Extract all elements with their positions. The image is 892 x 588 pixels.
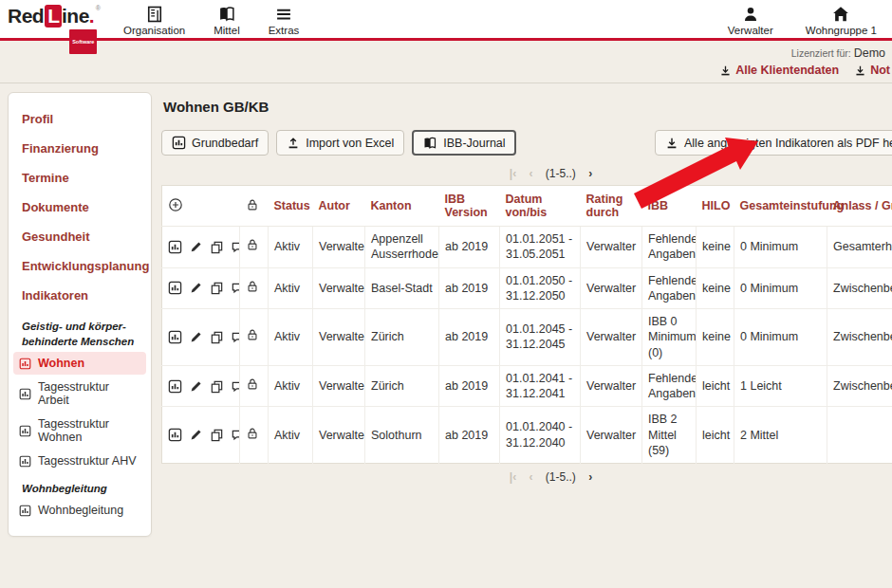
organisation-icon [145,5,164,24]
nav-label: Mittel [214,25,239,36]
lock-icon[interactable] [246,427,259,440]
nav-item-mittel[interactable]: Mittel [210,3,243,38]
bar-chart-icon [19,425,31,437]
previous-page-icon[interactable]: ‹ [530,470,533,484]
pagination-bottom: |‹ ‹ (1-5..) › [161,470,892,484]
sidebar-item-dokumente[interactable]: Dokumente [9,193,151,222]
sidebar-item-wohnen[interactable]: Wohnen [13,352,146,375]
table-row: Aktiv Verwalter Zürich ab 2019 01.01.204… [162,309,892,366]
page-range: (1-5..) [546,470,576,484]
cell-datum: 01.01.2045 - 31.12.2045 [500,309,581,366]
sidebar-item-tagesstruktur-arbeit[interactable]: Tagesstruktur Arbeit [13,376,146,412]
bar-chart-icon[interactable] [168,330,182,344]
cell-rating: Verwalter [581,407,642,464]
lock-icon[interactable] [246,328,259,341]
cell-status: Aktiv [269,267,313,309]
edit-pencil-icon[interactable] [189,330,203,344]
logo-text-red: Red [8,5,44,28]
copy-icon[interactable] [210,240,224,254]
edit-pencil-icon[interactable] [189,240,203,254]
column-header-ibb-version[interactable]: IBB Version [439,186,500,227]
cell-autor: Verwalter [313,227,365,268]
logo-tagline: Software [69,29,97,54]
comment-icon[interactable] [231,330,240,344]
pagination-top: |‹ ‹ (1-5..) › [161,167,892,180]
sidebar-item-indikatoren[interactable]: Indikatoren [9,281,151,310]
comment-icon[interactable] [231,281,240,295]
sidebar-item-gesundheit[interactable]: Gesundheit [9,222,151,251]
download-icon [719,64,732,77]
sidebar-item-tagesstruktur-ahv[interactable]: Tagesstruktur AHV [13,450,146,472]
cell-kanton: Zürich [365,365,439,407]
nav-label: Verwalter [728,25,773,36]
copy-icon[interactable] [210,281,224,295]
column-header-autor[interactable]: Autor [313,186,365,227]
nav-item-verwalter[interactable]: Verwalter [724,3,777,38]
cell-anlass: Zwischenbewertung [827,365,892,407]
import-excel-button[interactable]: Import von Excel [276,130,404,156]
column-header-anlass[interactable]: Anlass / Grund [827,186,892,227]
logo-box: LSoftware [45,5,62,28]
grundbedarf-button[interactable]: Grundbedarf [161,130,269,156]
comment-icon[interactable] [231,240,240,254]
bar-chart-icon[interactable] [168,379,182,394]
sidebar-item-tagesstruktur-wohnen[interactable]: Tagesstruktur Wohnen [13,413,146,449]
column-header-rating[interactable]: Rating durch [581,186,642,227]
sidebar-item-wohnbegleitung[interactable]: Wohnbegleitung [13,499,146,522]
lock-icon[interactable] [246,377,259,391]
next-page-icon[interactable]: › [588,470,592,484]
edit-pencil-icon[interactable] [189,281,203,295]
comment-icon[interactable] [231,428,240,442]
cell-kanton: Solothurn [365,407,439,464]
client-header-bar: Lizenziert für: Demo Alle Klientendaten … [0,44,892,83]
main-content: Wohnen GB/KB Grundbedarf Import von Exce… [161,92,892,484]
add-row-icon[interactable] [168,197,183,212]
ibb-journal-button[interactable]: IBB-Journal [412,130,515,156]
cell-kanton: Zürich [365,309,439,366]
cell-rating: Verwalter [581,227,642,268]
copy-icon[interactable] [210,379,224,394]
lock-icon[interactable] [246,238,259,251]
column-header-gesamteinstufung[interactable]: Gesamteinstufung [734,186,827,227]
sidebar-item-finanzierung[interactable]: Finanzierung [9,134,151,163]
sidebar-item-entwicklungsplanung[interactable]: Entwicklungsplanung [9,251,151,281]
cell-autor: Verwalter [313,365,365,407]
bar-chart-icon[interactable] [168,428,182,442]
nav-item-organisation[interactable]: Organisation [120,3,189,38]
column-header-datum[interactable]: Datum von/bis [500,186,581,227]
download-not-link[interactable]: Not [854,64,890,77]
sidebar-item-termine[interactable]: Termine [9,163,151,193]
bar-chart-icon [19,358,31,370]
column-header-hilo[interactable]: HILO [697,186,734,227]
first-page-icon[interactable]: |‹ [510,167,516,180]
column-header-kanton[interactable]: Kanton [365,186,439,227]
bar-chart-icon [19,505,31,517]
copy-icon[interactable] [210,330,224,344]
copy-icon[interactable] [210,428,224,442]
sidebar-item-profil[interactable]: Profil [9,104,151,134]
nav-item-wohngruppe[interactable]: Wohngruppe 1 [802,3,881,38]
first-page-icon[interactable]: |‹ [510,470,516,484]
previous-page-icon[interactable]: ‹ [530,167,533,180]
bar-chart-icon[interactable] [168,240,182,254]
edit-pencil-icon[interactable] [189,428,203,442]
cell-anlass: Gesamterhebung [827,227,892,268]
redline-logo[interactable]: RedLSoftwareine.® [8,5,101,28]
cell-kanton: Basel-Stadt [365,267,439,309]
bar-chart-icon[interactable] [168,281,182,295]
edit-pencil-icon[interactable] [189,379,203,394]
download-all-client-data-link[interactable]: Alle Klientendaten [719,64,839,77]
cell-hilo: keine [697,267,734,309]
nav-item-extras[interactable]: Extras [265,3,304,38]
download-pdf-button[interactable]: Alle angezeigten Indikatoren als PDF her… [655,130,892,156]
column-header-status[interactable]: Status [269,186,313,227]
cell-hilo: keine [697,227,734,268]
next-page-icon[interactable]: › [588,167,592,180]
bar-chart-icon [19,455,31,468]
cell-hilo: keine [697,309,734,366]
cell-anlass: Zwischenbewertung [827,267,892,309]
column-header-ibb[interactable]: IBB [642,186,697,227]
lock-icon[interactable] [246,280,259,293]
sidebar-section-header: Wohnbegleitung [22,481,138,496]
comment-icon[interactable] [231,379,240,394]
